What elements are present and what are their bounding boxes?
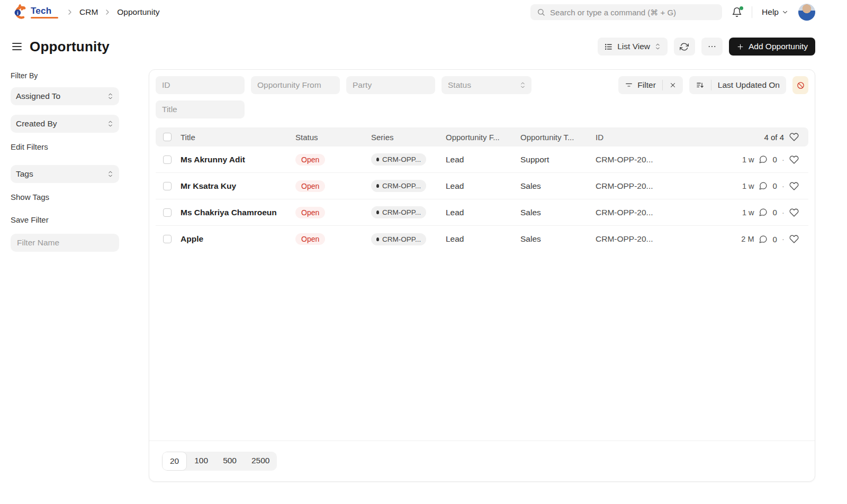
title-filter-input[interactable]	[156, 100, 245, 118]
table-row[interactable]: Ms Akrunny Adit Open CRM-OPP... Lead Sup…	[156, 146, 808, 173]
chevron-up-down-icon	[519, 81, 526, 89]
sort-field-button[interactable]: Last Updated On	[711, 76, 786, 94]
status-filter-select[interactable]: Status	[441, 76, 531, 94]
chevron-up-down-icon	[107, 170, 114, 178]
refresh-icon	[680, 42, 689, 51]
search-icon	[537, 8, 545, 16]
filter-bar-row2	[156, 100, 808, 118]
table-header: Title Status Series Opportunity F... Opp…	[156, 127, 808, 146]
row-checkbox[interactable]	[163, 235, 172, 243]
status-badge: Open	[295, 207, 325, 218]
row-opportunity-from: Lead	[446, 181, 520, 191]
breadcrumb-crm[interactable]: CRM	[79, 7, 98, 17]
column-opportunity-type[interactable]: Opportunity T...	[520, 133, 596, 142]
comment-count: 0	[772, 181, 777, 190]
assigned-to-label: Assigned To	[16, 91, 60, 101]
column-title[interactable]: Title	[181, 133, 295, 142]
series-dot-icon	[376, 184, 379, 188]
card-footer: 20 100 500 2500	[149, 441, 815, 481]
like-icon[interactable]	[789, 155, 799, 164]
chevron-down-icon	[781, 8, 789, 16]
row-count: 4 of 4	[764, 133, 784, 142]
ellipsis-icon	[707, 42, 717, 51]
comment-icon	[759, 155, 768, 164]
column-opportunity-from[interactable]: Opportunity F...	[446, 133, 520, 142]
disable-auto-refresh-button[interactable]	[792, 76, 808, 94]
page-title: Opportunity	[30, 39, 110, 55]
id-filter-input[interactable]	[156, 76, 245, 94]
breadcrumb-opportunity[interactable]: Opportunity	[117, 7, 159, 17]
tags-select[interactable]: Tags	[11, 165, 119, 183]
logo-mark-icon: i	[11, 4, 28, 21]
row-title[interactable]: Ms Chakriya Chamroeun	[181, 208, 295, 217]
notifications-button[interactable]	[732, 7, 742, 17]
show-tags-link[interactable]: Show Tags	[11, 193, 119, 201]
column-id[interactable]: ID	[596, 133, 764, 142]
help-menu[interactable]: Help	[762, 7, 789, 17]
series-value: CRM-OPP...	[382, 182, 421, 190]
row-title[interactable]: Apple	[181, 234, 295, 244]
like-icon[interactable]	[789, 181, 799, 191]
column-status[interactable]: Status	[295, 133, 371, 142]
page-size-500[interactable]: 500	[215, 452, 244, 471]
assigned-to-select[interactable]: Assigned To	[11, 87, 119, 105]
meta-separator: ·	[782, 155, 785, 164]
status-badge: Open	[295, 180, 325, 192]
row-opportunity-type: Sales	[520, 208, 596, 217]
series-pill: CRM-OPP...	[371, 180, 426, 192]
view-switcher-button[interactable]: List View	[598, 38, 668, 56]
chevron-right-icon	[66, 8, 74, 16]
user-avatar[interactable]	[798, 4, 815, 21]
filter-name-input[interactable]	[11, 234, 119, 252]
created-by-select[interactable]: Created By	[11, 115, 119, 133]
add-opportunity-label: Add Opportunity	[749, 42, 808, 51]
filter-by-label: Filter By	[11, 71, 119, 80]
status-badge: Open	[295, 233, 325, 245]
like-icon[interactable]	[789, 234, 799, 244]
column-series[interactable]: Series	[371, 133, 446, 142]
created-by-label: Created By	[16, 119, 57, 129]
series-pill: CRM-OPP...	[371, 206, 426, 218]
series-pill: CRM-OPP...	[371, 153, 426, 166]
opportunity-from-filter-input[interactable]	[251, 76, 340, 94]
app-logo[interactable]: i Tech	[11, 4, 58, 21]
logo-tagline	[31, 17, 58, 19]
row-title[interactable]: Mr Ksatra Kuy	[181, 181, 295, 191]
search-input[interactable]	[550, 8, 716, 17]
row-modified: 2 M	[738, 235, 754, 243]
row-opportunity-from: Lead	[446, 208, 520, 217]
table-row[interactable]: Apple Open CRM-OPP... Lead Sales CRM-OPP…	[156, 226, 808, 252]
plus-icon	[736, 43, 744, 51]
like-icon[interactable]	[789, 208, 799, 217]
topbar-divider	[752, 6, 752, 18]
page-size-2500[interactable]: 2500	[244, 452, 277, 471]
row-id: CRM-OPP-20...	[596, 155, 738, 164]
clear-filter-button[interactable]	[663, 76, 683, 94]
comment-icon	[759, 235, 768, 244]
like-filter-icon[interactable]	[789, 132, 799, 142]
sidebar-toggle-button[interactable]	[11, 40, 23, 53]
row-checkbox[interactable]	[163, 208, 172, 217]
page-size-20[interactable]: 20	[162, 452, 187, 471]
party-filter-input[interactable]	[346, 76, 435, 94]
sort-direction-button[interactable]	[689, 76, 711, 94]
filter-button[interactable]: Filter	[618, 76, 662, 94]
page-size-100[interactable]: 100	[187, 452, 215, 471]
global-search[interactable]	[530, 4, 722, 20]
edit-filters-link[interactable]: Edit Filters	[11, 142, 119, 151]
row-checkbox[interactable]	[163, 155, 172, 164]
table-row[interactable]: Ms Chakriya Chamroeun Open CRM-OPP... Le…	[156, 199, 808, 226]
table-row[interactable]: Mr Ksatra Kuy Open CRM-OPP... Lead Sales…	[156, 173, 808, 199]
row-checkbox[interactable]	[163, 182, 172, 190]
select-all-checkbox[interactable]	[163, 133, 172, 141]
row-id: CRM-OPP-20...	[596, 208, 738, 217]
refresh-button[interactable]	[674, 38, 695, 56]
comment-count: 0	[772, 155, 777, 164]
table-body: Ms Akrunny Adit Open CRM-OPP... Lead Sup…	[156, 146, 808, 252]
svg-text:i: i	[17, 10, 19, 16]
filter-sidebar: Filter By Assigned To Created By Edit Fi…	[11, 69, 119, 252]
close-icon	[669, 81, 677, 89]
add-opportunity-button[interactable]: Add Opportunity	[729, 38, 815, 56]
more-options-button[interactable]	[701, 38, 723, 56]
row-title[interactable]: Ms Akrunny Adit	[181, 155, 295, 164]
